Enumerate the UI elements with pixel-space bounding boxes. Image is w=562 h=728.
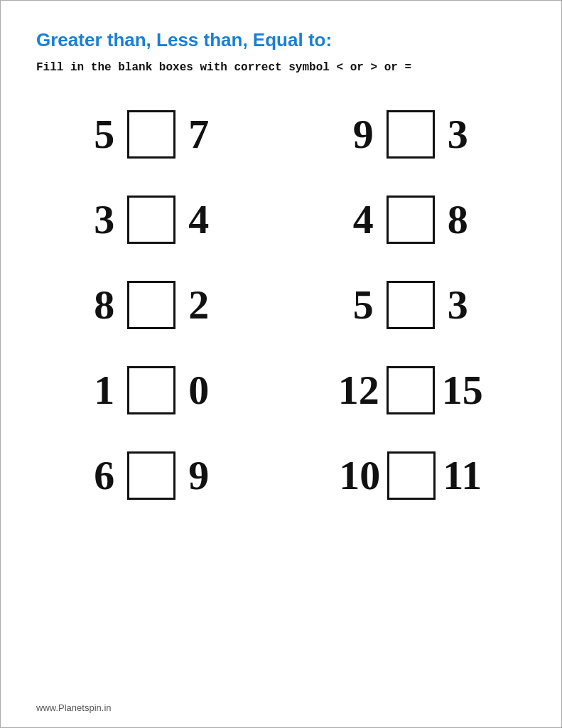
problem-row-4: 4 8 [296,181,526,259]
problem-row-7: 1 0 [36,351,267,429]
left-num-3: 3 [88,199,120,240]
left-num-9: 6 [88,455,120,496]
answer-box-2[interactable] [387,110,435,159]
left-num-6: 5 [347,284,379,326]
right-num-3: 4 [183,199,215,240]
right-num-7: 0 [183,370,215,411]
problems-grid: 5 7 9 3 3 4 4 8 8 2 5 3 [36,95,526,515]
answer-box-10[interactable] [387,451,436,500]
left-num-1: 5 [88,114,120,155]
left-num-4: 4 [347,199,379,240]
problem-row-8: 12 15 [296,351,526,429]
worksheet-page: Greater than, Less than, Equal to: Fill … [0,0,562,728]
right-num-4: 8 [442,199,474,240]
right-num-8: 15 [442,370,483,411]
page-title: Greater than, Less than, Equal to: [36,29,526,51]
answer-box-1[interactable] [127,110,175,159]
problem-row-2: 9 3 [296,95,526,173]
right-num-5: 2 [183,284,215,326]
problem-row-1: 5 7 [36,95,267,173]
right-num-1: 7 [183,114,215,155]
answer-box-4[interactable] [387,196,435,244]
answer-box-8[interactable] [387,366,435,414]
left-num-2: 9 [347,114,379,155]
right-num-6: 3 [442,284,474,326]
problem-row-5: 8 2 [36,266,267,344]
right-num-2: 3 [442,114,474,155]
answer-box-3[interactable] [127,196,175,244]
right-num-9: 9 [183,455,215,496]
answer-box-5[interactable] [127,281,175,329]
right-num-10: 11 [443,455,482,496]
left-num-10: 10 [339,455,380,496]
problem-row-10: 10 11 [296,437,526,515]
left-num-8: 12 [338,370,379,411]
answer-box-7[interactable] [127,366,175,414]
answer-box-9[interactable] [127,451,175,500]
left-num-5: 8 [88,284,120,326]
footer-text: www.Planetspin.in [36,702,112,713]
answer-box-6[interactable] [387,281,435,329]
problem-row-6: 5 3 [296,266,526,344]
problem-row-9: 6 9 [36,437,267,515]
left-num-7: 1 [88,370,120,411]
problem-row-3: 3 4 [36,181,267,259]
instructions: Fill in the blank boxes with correct sym… [36,61,526,74]
